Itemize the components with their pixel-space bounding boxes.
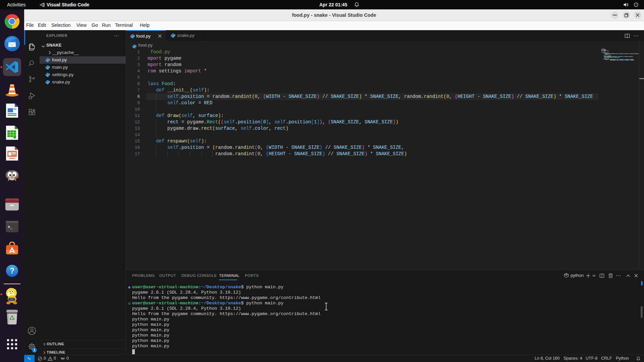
svg-text:>_: >_ <box>8 225 13 230</box>
svg-text:?: ? <box>10 266 14 275</box>
